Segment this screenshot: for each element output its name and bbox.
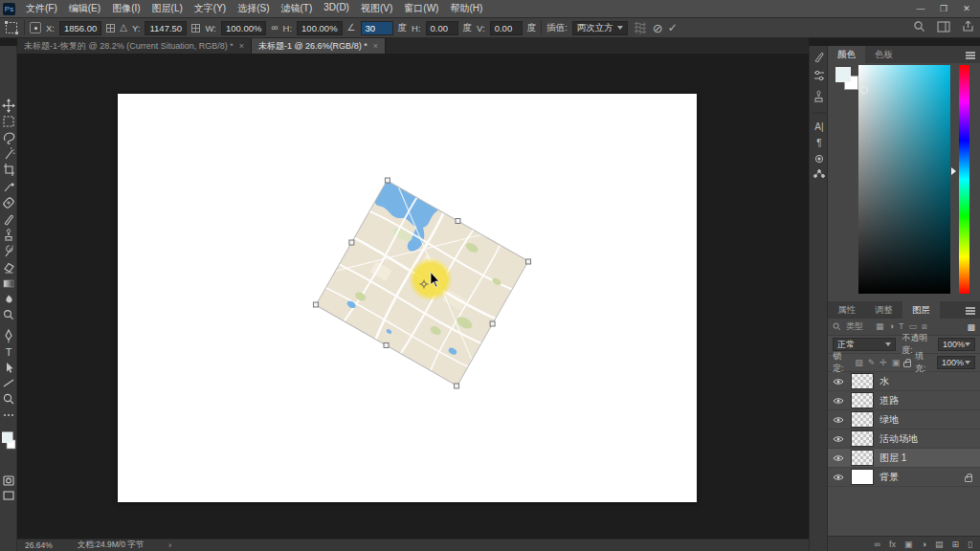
- angle-input[interactable]: 30: [361, 21, 393, 35]
- magic-wand-tool-icon[interactable]: [6, 147, 15, 159]
- cancel-transform-button[interactable]: ⊘: [653, 22, 663, 34]
- menu-item[interactable]: 帮助(H): [444, 2, 488, 15]
- foreground-background-swatches-small[interactable]: [835, 67, 860, 92]
- tab-adjustments[interactable]: 调整: [865, 301, 902, 319]
- document-tab-2-active[interactable]: 未标题-1 @ 26.6%(RGB/8) * ×: [252, 38, 386, 54]
- visibility-eye-icon[interactable]: [832, 416, 845, 424]
- close-tab-icon[interactable]: ×: [239, 41, 244, 51]
- relative-position-icon[interactable]: △: [120, 23, 127, 33]
- clone-stamp-tool-icon[interactable]: [5, 230, 12, 240]
- layer-row[interactable]: 图层 1: [828, 449, 980, 468]
- menu-item[interactable]: 图像(I): [106, 2, 145, 15]
- tab-swatches[interactable]: 色板: [865, 46, 902, 63]
- menu-item[interactable]: 编辑(E): [63, 2, 106, 15]
- layer-row[interactable]: 绿地: [828, 410, 980, 430]
- menu-item[interactable]: 3D(D): [318, 2, 355, 15]
- tab-layers[interactable]: 图层: [902, 301, 940, 319]
- height-input[interactable]: 100.00%: [297, 21, 343, 35]
- link-layers-icon[interactable]: ∞: [875, 537, 880, 551]
- layer-row[interactable]: 水: [828, 372, 980, 391]
- visibility-eye-icon[interactable]: [832, 378, 845, 386]
- document-tab-1[interactable]: 未标题-1-恢复的 @ 28.2% (Current Situation, RG…: [17, 38, 252, 54]
- color-field-cursor[interactable]: [860, 86, 868, 94]
- quick-mask-icon[interactable]: [4, 476, 13, 485]
- hue-slider-arrow[interactable]: [951, 167, 956, 175]
- eyedropper-tool-icon[interactable]: [5, 183, 14, 191]
- panel-menu-icon[interactable]: [966, 307, 975, 309]
- fill-select[interactable]: 100%: [937, 356, 975, 369]
- layer-style-fx-icon[interactable]: fx: [889, 537, 896, 551]
- document-canvas[interactable]: [118, 94, 697, 502]
- filter-pixel-icon[interactable]: ▦: [876, 321, 884, 332]
- skew-v-input[interactable]: 0.00: [490, 21, 523, 35]
- lasso-tool-icon[interactable]: [4, 133, 13, 143]
- character-panel-icon[interactable]: A|: [814, 121, 823, 132]
- filter-adjustment-icon[interactable]: ◑: [889, 321, 894, 332]
- saturation-brightness-field[interactable]: [858, 65, 950, 294]
- tab-properties[interactable]: 属性: [828, 301, 865, 319]
- timeline-panel-icon[interactable]: [814, 170, 825, 178]
- lock-artboard-icon[interactable]: ▣: [892, 358, 901, 367]
- history-brush-tool-icon[interactable]: [6, 246, 12, 257]
- marquee-tool-icon[interactable]: [4, 117, 13, 126]
- layer-row[interactable]: 道路: [828, 391, 980, 410]
- minimize-button[interactable]: —: [909, 0, 932, 17]
- line-tool-icon[interactable]: [4, 380, 13, 386]
- pen-tool-icon[interactable]: [6, 330, 11, 343]
- panel-menu-icon[interactable]: [966, 52, 975, 54]
- blur-tool-icon[interactable]: [6, 296, 11, 303]
- search-icon[interactable]: [913, 20, 925, 33]
- commit-transform-button[interactable]: ✓: [668, 22, 678, 33]
- screen-mode-icon[interactable]: [4, 492, 13, 499]
- menu-item[interactable]: 图层(L): [146, 2, 189, 15]
- status-chevron-icon[interactable]: ›: [168, 540, 171, 550]
- paragraph-panel-icon[interactable]: ¶: [816, 138, 821, 148]
- layer-thumbnail[interactable]: [851, 450, 874, 466]
- spot-healing-tool-icon[interactable]: [3, 197, 14, 209]
- layer-row[interactable]: 背景: [828, 468, 980, 487]
- clone-source-panel-icon[interactable]: [814, 91, 823, 101]
- menu-item[interactable]: 文件(F): [20, 2, 63, 15]
- skew-h-input[interactable]: 0.00: [426, 21, 458, 35]
- menu-item[interactable]: 滤镜(T): [276, 2, 319, 15]
- filter-smart-object-icon[interactable]: ⧈: [922, 321, 927, 332]
- filter-toggle-icon[interactable]: ▩: [967, 322, 975, 332]
- menu-item[interactable]: 窗口(W): [398, 2, 444, 15]
- layer-mask-icon[interactable]: ▣: [904, 537, 913, 551]
- menu-item[interactable]: 视图(V): [355, 2, 398, 15]
- filter-kind-label[interactable]: 类型: [846, 320, 863, 333]
- workspace-icon[interactable]: [937, 21, 950, 33]
- link-dimensions-icon[interactable]: ∞: [271, 23, 278, 33]
- menu-item[interactable]: 选择(S): [232, 2, 275, 15]
- close-button[interactable]: ✕: [955, 0, 978, 17]
- menu-item[interactable]: 文字(Y): [189, 2, 232, 15]
- maximize-button[interactable]: ❐: [932, 0, 955, 17]
- lock-pixels-icon[interactable]: ✎: [868, 358, 876, 367]
- adjustment-layer-icon[interactable]: ◑: [922, 537, 926, 551]
- reference-point-widget[interactable]: [30, 22, 41, 33]
- filter-type-icon[interactable]: T: [899, 321, 904, 332]
- foreground-background-swatches[interactable]: [3, 432, 16, 449]
- x-input[interactable]: 1856.00: [59, 21, 101, 35]
- lock-position-icon[interactable]: ✛: [880, 358, 887, 367]
- type-tool-icon[interactable]: T: [6, 346, 12, 358]
- move-tool-icon[interactable]: [2, 99, 15, 113]
- eraser-tool-icon[interactable]: [5, 264, 13, 274]
- zoom-tool-icon[interactable]: [4, 394, 13, 404]
- brush-settings-panel-icon[interactable]: [815, 53, 823, 62]
- interpolation-select[interactable]: 两次立方: [572, 21, 628, 35]
- visibility-eye-icon[interactable]: [832, 474, 845, 481]
- layer-thumbnail[interactable]: [851, 373, 874, 389]
- close-tab-icon[interactable]: ×: [373, 41, 378, 51]
- lock-transparent-icon[interactable]: ▨: [855, 358, 863, 367]
- new-group-icon[interactable]: ▤: [935, 537, 944, 551]
- layer-thumbnail[interactable]: [851, 430, 874, 447]
- lock-all-icon[interactable]: [903, 362, 911, 367]
- width-input[interactable]: 100.00%: [221, 21, 267, 35]
- layer-thumbnail[interactable]: [851, 392, 874, 408]
- layer-thumbnail[interactable]: [851, 411, 874, 428]
- share-icon[interactable]: [962, 20, 974, 33]
- filter-shape-icon[interactable]: ▭: [908, 321, 917, 332]
- visibility-eye-icon[interactable]: [832, 397, 845, 405]
- layer-row[interactable]: 活动场地: [828, 430, 980, 449]
